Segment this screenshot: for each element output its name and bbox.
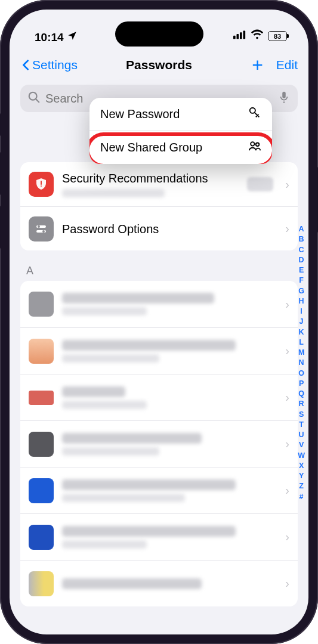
redacted-text [62, 578, 202, 589]
index-letter[interactable]: N [298, 358, 305, 367]
site-icon [29, 339, 54, 364]
wifi-icon [251, 28, 264, 44]
redacted-badge [247, 177, 273, 191]
redacted-text [62, 307, 147, 315]
redacted-text [62, 340, 236, 351]
redacted-text [62, 386, 125, 397]
index-letter[interactable]: M [298, 348, 305, 357]
back-button[interactable]: Settings [20, 58, 78, 72]
dynamic-island [115, 21, 203, 47]
chevron-right-icon: › [285, 577, 289, 590]
index-letter[interactable]: H [298, 296, 305, 306]
site-icon [29, 571, 54, 596]
nav-bar: Settings Passwords + Edit [10, 48, 308, 82]
device-frame: 10:14 [0, 0, 318, 644]
chevron-right-icon: › [285, 530, 289, 544]
list-item[interactable]: › [20, 467, 298, 513]
menu-new-shared-group[interactable]: New Shared Group [89, 131, 272, 164]
add-menu: New Password New Shared Group [89, 98, 272, 164]
redacted-text [62, 479, 236, 490]
screen: 10:14 [10, 10, 308, 634]
chevron-right-icon: › [285, 178, 289, 191]
redacted-text [62, 401, 147, 409]
redacted-text [62, 433, 202, 444]
status-time: 10:14 [35, 31, 64, 44]
list-item[interactable]: › [20, 560, 298, 606]
chevron-right-icon: › [285, 298, 289, 311]
site-icon [29, 432, 54, 457]
index-letter[interactable]: P [298, 379, 305, 388]
list-item[interactable]: › [20, 281, 298, 327]
security-recommendations-row[interactable]: Security Recommendations › [20, 162, 298, 206]
battery-indicator: 83 [268, 31, 287, 41]
index-letter[interactable]: U [298, 430, 305, 439]
index-letter[interactable]: I [298, 306, 305, 316]
index-letter[interactable]: W [298, 451, 305, 460]
back-label: Settings [32, 58, 78, 72]
index-letter[interactable]: E [298, 265, 305, 275]
index-letter[interactable]: D [298, 255, 305, 265]
redacted-text [62, 526, 236, 537]
location-icon [67, 30, 78, 44]
security-title: Security Recommendations [62, 171, 239, 185]
people-icon [248, 140, 261, 156]
svg-rect-1 [237, 34, 239, 39]
svg-line-5 [36, 99, 39, 103]
index-letter[interactable]: O [298, 369, 305, 378]
menu-new-password[interactable]: New Password [89, 98, 272, 131]
battery-pct: 83 [268, 31, 287, 41]
alphabet-index[interactable]: ABCDEFGHIJKLMNOPQRSTUVWXYZ# [298, 224, 305, 501]
redacted-text [62, 447, 159, 456]
site-icon [29, 391, 54, 405]
mic-icon[interactable] [277, 91, 291, 106]
index-letter[interactable]: G [298, 286, 305, 296]
redacted-text [62, 293, 214, 304]
svg-point-8 [251, 142, 254, 145]
list-item[interactable]: › [20, 513, 298, 560]
index-letter[interactable]: X [298, 461, 305, 470]
index-letter[interactable]: K [298, 327, 305, 337]
index-letter[interactable]: C [298, 245, 305, 255]
index-letter[interactable]: T [298, 420, 305, 429]
chevron-right-icon: › [285, 222, 289, 236]
list-item[interactable]: › [20, 374, 298, 420]
index-letter[interactable]: J [298, 317, 305, 326]
index-letter[interactable]: F [298, 275, 305, 285]
svg-point-9 [256, 143, 260, 147]
key-icon [248, 106, 261, 122]
redacted-text [62, 494, 185, 502]
index-letter[interactable]: Z [298, 481, 305, 491]
content: Security Recommendations › [10, 112, 308, 606]
section-header-a: A [26, 265, 292, 277]
edit-button[interactable]: Edit [276, 58, 298, 72]
index-letter[interactable]: Y [298, 471, 305, 481]
index-letter[interactable]: B [298, 234, 305, 244]
chevron-right-icon: › [285, 391, 289, 404]
cellular-icon [233, 28, 246, 44]
password-options-row[interactable]: Password Options › [20, 206, 298, 250]
settings-group: Security Recommendations › [20, 162, 298, 250]
chevron-right-icon: › [285, 344, 289, 358]
index-letter[interactable]: V [298, 440, 305, 450]
menu-new-shared-group-label: New Shared Group [100, 141, 202, 154]
site-icon [29, 478, 54, 503]
list-item[interactable]: › [20, 420, 298, 467]
silence-switch [0, 206, 1, 249]
options-title: Password Options [62, 222, 273, 236]
index-letter[interactable]: S [298, 410, 305, 419]
volume-down-btn [0, 152, 1, 195]
svg-point-13 [42, 230, 45, 233]
password-list: › › [20, 281, 298, 606]
index-letter[interactable]: L [298, 338, 305, 347]
site-icon [29, 292, 54, 317]
svg-rect-6 [282, 92, 286, 98]
index-letter[interactable]: A [298, 224, 305, 234]
svg-rect-2 [240, 32, 242, 39]
chevron-right-icon: › [285, 484, 289, 497]
index-letter[interactable]: R [298, 399, 305, 408]
index-letter[interactable]: # [298, 492, 305, 501]
redacted-text [62, 189, 165, 197]
list-item[interactable]: › [20, 327, 298, 374]
index-letter[interactable]: Q [298, 389, 305, 398]
add-button[interactable]: + [252, 60, 263, 70]
